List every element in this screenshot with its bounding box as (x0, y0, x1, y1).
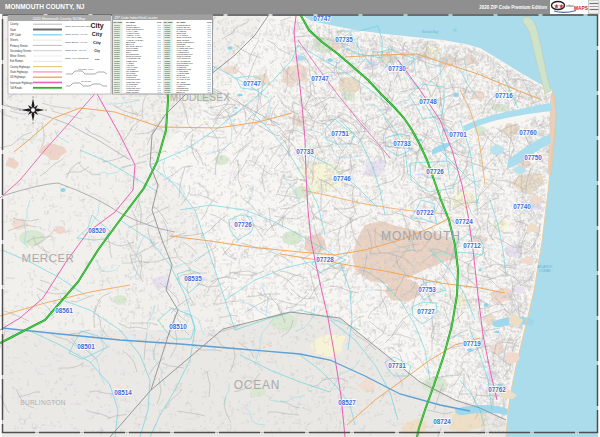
svg-text:BURLINGTON: BURLINGTON (20, 399, 66, 406)
svg-text:MERCER: MERCER (22, 252, 75, 264)
svg-text:07716: 07716 (495, 92, 513, 99)
svg-text:BELMAR: BELMAR (177, 91, 186, 93)
svg-text:07747: 07747 (311, 75, 329, 82)
svg-text:Toll Roads: Toll Roads (81, 80, 92, 82)
svg-text:07715: 07715 (165, 91, 171, 93)
svg-text:Secondary Streets: Secondary Streets (10, 49, 32, 53)
svg-text:OCEANPORT: OCEANPORT (126, 91, 139, 93)
svg-text:07733: 07733 (296, 148, 314, 155)
svg-text:2020 Monmouth County, NJ Map: 2020 Monmouth County, NJ Map (33, 17, 85, 21)
svg-text:07712: 07712 (463, 242, 481, 249)
svg-text:City: City (94, 49, 100, 53)
svg-text:County Highways: County Highways (10, 65, 31, 69)
svg-text:OCEAN: OCEAN (234, 378, 281, 392)
svg-text:08510: 08510 (169, 323, 187, 330)
svg-text:Exit Ramps: Exit Ramps (10, 59, 24, 63)
svg-text:07753: 07753 (418, 286, 436, 293)
svg-text:City: City (93, 40, 102, 45)
svg-text:07728: 07728 (316, 256, 334, 263)
svg-text:MAPS: MAPS (574, 6, 589, 11)
svg-text:07747: 07747 (243, 80, 261, 87)
svg-text:ZIP Code: ZIP Code (10, 33, 21, 37)
svg-text:08520: 08520 (88, 227, 106, 234)
svg-text:07722: 07722 (416, 209, 434, 216)
svg-text:08501: 08501 (77, 343, 95, 350)
svg-text:★★: ★★ (554, 3, 564, 9)
svg-text:City: City (90, 22, 103, 30)
svg-text:Primary Streets: Primary Streets (10, 44, 29, 48)
svg-text:07726: 07726 (234, 221, 252, 228)
svg-text:urban: urban (566, 4, 574, 8)
svg-text:Interstate Highways: Interstate Highways (10, 81, 33, 85)
svg-text:07727: 07727 (417, 308, 435, 315)
svg-text:07746: 07746 (333, 175, 351, 182)
svg-text:07747: 07747 (313, 15, 331, 22)
svg-text:Streets: Streets (10, 38, 19, 42)
svg-text:07726: 07726 (426, 168, 444, 175)
svg-text:07757: 07757 (114, 91, 120, 93)
svg-text:State Highways: State Highways (10, 70, 29, 74)
svg-text:07740: 07740 (513, 203, 531, 210)
svg-text:08527: 08527 (338, 399, 356, 406)
svg-text:Toll Roads: Toll Roads (10, 86, 23, 90)
svg-text:07724: 07724 (455, 218, 473, 225)
svg-text:Minor Streets: Minor Streets (10, 54, 26, 58)
svg-text:US Highways: US Highways (10, 75, 26, 79)
svg-text:07750: 07750 (524, 154, 542, 161)
svg-text:07760: 07760 (519, 129, 537, 136)
svg-text:ZIP Code Index/Grid Locator: ZIP Code Index/Grid Locator (115, 16, 159, 20)
svg-text:07762: 07762 (488, 386, 506, 393)
svg-text:07735: 07735 (335, 36, 353, 43)
svg-text:City: City (92, 31, 103, 37)
svg-text:City: City (95, 58, 100, 61)
svg-text:07733: 07733 (393, 140, 411, 147)
svg-text:08724: 08724 (433, 418, 451, 425)
svg-text:MONMOUTH: MONMOUTH (381, 229, 461, 243)
svg-text:07719: 07719 (463, 340, 481, 347)
svg-text:08535: 08535 (184, 275, 202, 282)
svg-text:07748: 07748 (419, 98, 437, 105)
svg-text:08561: 08561 (55, 307, 73, 314)
svg-text:Raritan Bay: Raritan Bay (422, 30, 439, 34)
svg-text:OCEAN: OCEAN (539, 269, 551, 273)
svg-text:07701: 07701 (449, 131, 467, 138)
svg-text:Interstate Hwys.: Interstate Hwys. (78, 68, 94, 70)
svg-text:08514: 08514 (114, 389, 132, 396)
svg-text:County: County (10, 22, 19, 26)
svg-text:State: State (10, 28, 17, 32)
svg-text:07751: 07751 (331, 130, 349, 137)
svg-text:07731: 07731 (388, 362, 406, 369)
svg-text:07730: 07730 (388, 65, 406, 72)
